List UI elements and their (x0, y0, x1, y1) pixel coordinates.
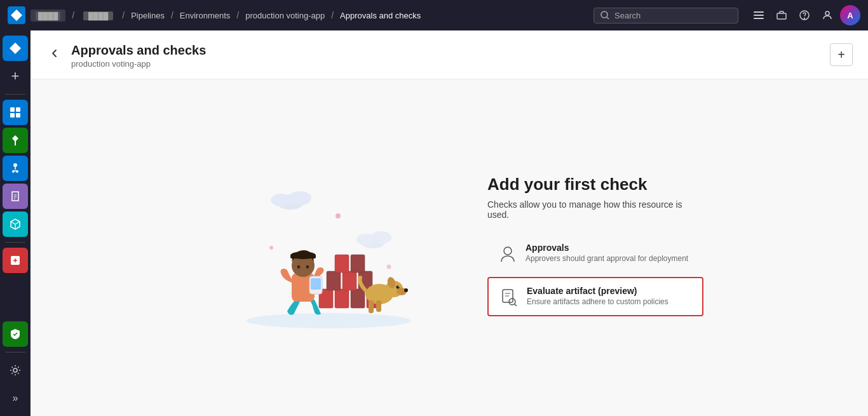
svg-point-25 (336, 213, 341, 218)
main-layout: + (0, 30, 868, 416)
check-heading: Add your first check (487, 175, 703, 194)
settings-icon (10, 365, 21, 376)
sep2: / (122, 10, 125, 20)
check-item-approvals[interactable]: Approvals Approvers should grant approva… (487, 235, 703, 272)
briefcase-icon-btn[interactable] (771, 5, 792, 25)
sidebar-item-home[interactable] (3, 36, 28, 61)
check-item-evaluate-artifact[interactable]: Evaluate artifact (preview) Ensure artif… (487, 277, 703, 316)
add-check-button[interactable]: + (830, 43, 853, 66)
svg-point-26 (269, 246, 273, 250)
sidebar-item-repos[interactable] (3, 128, 28, 153)
svg-point-20 (288, 191, 311, 205)
svg-point-13 (13, 163, 17, 167)
approvals-desc: Approvers should grant approval for depl… (526, 254, 688, 263)
svg-rect-33 (342, 271, 356, 290)
svg-point-53 (306, 265, 309, 268)
svg-rect-32 (327, 271, 341, 290)
sidebar-item-boards[interactable] (3, 100, 28, 125)
list-icon-btn[interactable] (749, 5, 769, 25)
illustration (201, 159, 430, 337)
home-icon (10, 43, 21, 54)
sep5: / (331, 10, 334, 20)
search-icon (600, 11, 609, 20)
svg-rect-9 (10, 107, 15, 112)
approvals-icon (498, 244, 518, 264)
svg-point-41 (397, 286, 400, 289)
sidebar-item-create[interactable]: + (3, 64, 28, 89)
project-name[interactable]: ████ (81, 10, 116, 22)
svg-point-23 (371, 231, 391, 244)
boards-icon (10, 107, 21, 118)
page-title-group: Approvals and checks production voting-a… (71, 43, 206, 69)
extra-icon (10, 255, 21, 266)
sidebar-divider-3 (5, 352, 25, 352)
sidebar-item-security[interactable] (3, 321, 28, 347)
breadcrumb-approvals[interactable]: Approvals and checks (340, 11, 421, 20)
svg-point-15 (16, 170, 18, 173)
repos-icon (10, 135, 21, 146)
svg-point-56 (504, 247, 512, 255)
topbar: ████ / ████ / Pipelines / Environments /… (0, 0, 868, 30)
svg-point-24 (356, 234, 374, 245)
testplans-icon (10, 191, 21, 202)
svg-rect-4 (754, 18, 764, 19)
sidebar-item-artifacts[interactable] (3, 211, 28, 237)
breadcrumb-environments[interactable]: Environments (180, 11, 230, 20)
user-icon-btn[interactable] (817, 5, 837, 25)
help-icon (799, 10, 810, 20)
svg-point-14 (12, 170, 15, 173)
avatar[interactable]: A (840, 5, 860, 25)
svg-rect-10 (16, 107, 20, 112)
sidebar: + (0, 30, 31, 416)
sep3: / (171, 10, 173, 20)
check-options: Add your first check Checks allow you to… (487, 175, 703, 321)
back-button[interactable] (46, 44, 64, 62)
approvals-text: Approvals Approvers should grant approva… (526, 243, 688, 263)
page-subtitle: production voting-app (71, 59, 206, 69)
evaluate-artifact-desc: Ensure artifacts adhere to custom polici… (527, 297, 668, 306)
svg-point-40 (404, 288, 408, 292)
svg-point-42 (398, 286, 399, 287)
back-arrow-icon (50, 48, 60, 58)
list-icon (754, 10, 764, 20)
sidebar-item-pipelines[interactable] (3, 156, 28, 181)
svg-rect-55 (311, 278, 321, 290)
evaluate-artifact-text: Evaluate artifact (preview) Ensure artif… (527, 286, 668, 306)
sidebar-item-settings[interactable] (3, 358, 28, 383)
svg-rect-5 (777, 13, 786, 19)
svg-point-27 (387, 265, 391, 269)
svg-rect-35 (335, 255, 349, 272)
search-placeholder: Search (614, 11, 641, 20)
sep1: / (72, 10, 74, 20)
search-box[interactable]: Search (593, 8, 738, 23)
page-title: Approvals and checks (71, 43, 206, 58)
org-name[interactable]: ████ (31, 10, 65, 22)
sidebar-item-extra[interactable] (3, 248, 28, 273)
app-logo[interactable] (8, 6, 25, 24)
svg-rect-45 (376, 300, 381, 312)
page-content: Add your first check Checks allow you to… (31, 79, 868, 416)
svg-point-21 (271, 194, 291, 206)
svg-rect-36 (351, 255, 365, 272)
shield-icon (10, 328, 21, 340)
breadcrumb-pipelines[interactable]: Pipelines (131, 11, 165, 20)
sidebar-divider-2 (5, 242, 25, 243)
svg-point-52 (297, 265, 300, 268)
svg-point-0 (601, 11, 607, 18)
svg-rect-44 (369, 300, 374, 313)
svg-rect-11 (10, 113, 15, 117)
sidebar-item-testplans[interactable] (3, 184, 28, 209)
svg-rect-30 (351, 289, 365, 308)
page-header-left: Approvals and checks production voting-a… (46, 43, 206, 69)
svg-rect-29 (335, 289, 349, 308)
svg-rect-3 (754, 15, 764, 16)
breadcrumb-production[interactable]: production voting-app (245, 11, 325, 20)
briefcase-icon (776, 10, 787, 20)
help-icon-btn[interactable] (794, 5, 815, 25)
sep4: / (236, 10, 239, 20)
evaluate-artifact-icon (499, 287, 519, 307)
svg-rect-12 (16, 113, 20, 117)
sidebar-item-expand[interactable]: » (3, 386, 28, 411)
svg-line-1 (607, 17, 609, 19)
evaluate-artifact-title: Evaluate artifact (preview) (527, 286, 668, 296)
